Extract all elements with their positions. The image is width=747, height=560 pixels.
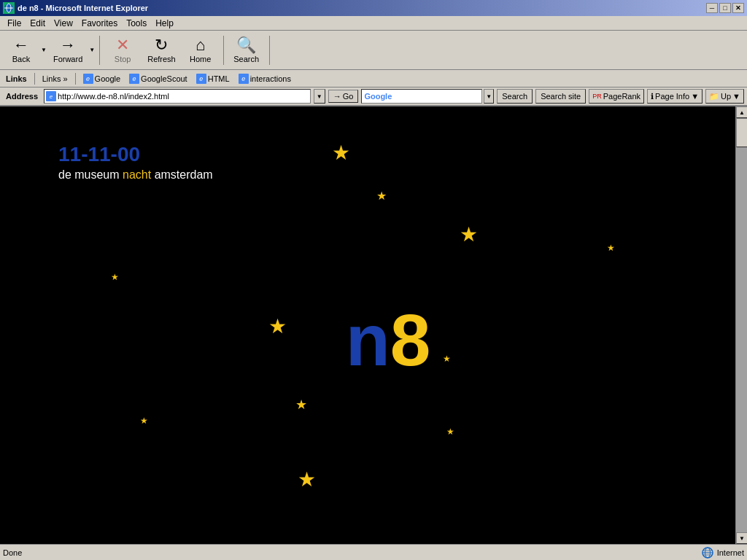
stop-label: Stop — [115, 55, 131, 63]
main-content: ★ ★ ★ ★ ★ ★ ★ ★ ★ ★ ★ 11-11-00 de museum… — [0, 106, 747, 544]
pagerank-icon: PR — [592, 93, 602, 100]
search-button[interactable]: 🔍 Search — [228, 33, 265, 68]
google-search-wrap: Google ▼ — [361, 89, 494, 104]
links-sep — [34, 73, 35, 85]
status-right: Internet — [701, 546, 744, 559]
refresh-button[interactable]: ↻ Refresh — [142, 33, 181, 68]
star-6: ★ — [268, 316, 287, 337]
up-button[interactable]: 📁 Up ▼ — [705, 89, 744, 104]
back-button[interactable]: ← Back — [3, 33, 39, 68]
page-icon: e — [46, 91, 56, 101]
google-search-button[interactable]: Search — [497, 89, 533, 104]
subtitle-display: de museum nacht amsterdam — [58, 168, 213, 182]
search-label: Search — [233, 55, 259, 63]
star-11: ★ — [443, 354, 451, 363]
address-input-wrap: e — [44, 89, 311, 104]
star-1: ★ — [332, 143, 350, 163]
toolbar-sep-2 — [223, 36, 224, 65]
maximize-button[interactable]: □ — [719, 3, 731, 13]
star-7: ★ — [140, 416, 148, 425]
menu-favorites[interactable]: Favorites — [77, 17, 122, 30]
address-label: Address — [3, 92, 41, 101]
logo-n: n — [346, 299, 390, 381]
toolbar-sep-3 — [269, 36, 270, 65]
star-4: ★ — [460, 225, 478, 245]
menu-file[interactable]: File — [3, 17, 26, 30]
google-search-input[interactable] — [394, 92, 481, 101]
close-button[interactable]: ✕ — [732, 3, 744, 13]
back-icon: ← — [13, 37, 29, 53]
window-title: de n8 - Microsoft Internet Explorer — [18, 4, 148, 12]
search-site-label: Search site — [541, 92, 581, 101]
zone-label: Internet — [717, 548, 744, 557]
home-button[interactable]: ⌂ Home — [182, 33, 219, 68]
stop-button[interactable]: ✕ Stop — [104, 33, 141, 68]
star-10: ★ — [298, 470, 316, 490]
search-btn-label: Search — [502, 92, 527, 101]
scroll-down-button[interactable]: ▼ — [736, 532, 747, 544]
go-button[interactable]: → Go — [328, 90, 359, 103]
links-sep2 — [75, 73, 76, 85]
forward-button[interactable]: → Forward — [48, 33, 88, 68]
status-left: Done — [3, 548, 22, 557]
go-label: Go — [343, 92, 354, 101]
up-chevron: ▼ — [732, 92, 740, 101]
back-label: Back — [12, 55, 30, 63]
interactions-icon: e — [239, 74, 249, 84]
google-dropdown[interactable]: ▼ — [484, 89, 494, 104]
pagerank-label: PageRank — [603, 92, 640, 101]
link-html[interactable]: e HTML — [193, 72, 233, 85]
html-icon: e — [196, 74, 206, 84]
link-links[interactable]: Links » — [39, 73, 71, 85]
scroll-up-button[interactable]: ▲ — [736, 106, 747, 118]
status-bar: Done Internet — [0, 544, 747, 560]
star-8: ★ — [295, 398, 307, 411]
link-interactions-label: interactions — [250, 74, 291, 83]
page-info-label: Page Info — [655, 92, 689, 101]
link-google[interactable]: e Google — [80, 72, 123, 85]
menu-bar: File Edit View Favorites Tools Help — [0, 16, 747, 31]
forward-icon: → — [60, 37, 76, 53]
menu-view[interactable]: View — [50, 17, 77, 30]
toolbar: ← Back ▼ → Forward ▼ ✕ Stop ↻ Refresh ⌂ … — [0, 31, 747, 70]
home-icon: ⌂ — [196, 37, 205, 53]
google-input-wrap: Google — [361, 89, 482, 104]
minimize-button[interactable]: ─ — [706, 3, 718, 13]
link-googlescout[interactable]: e GoogleScout — [126, 72, 190, 85]
menu-tools[interactable]: Tools — [122, 17, 151, 30]
subtitle-pre: de museum — [58, 168, 123, 181]
home-label: Home — [190, 55, 211, 63]
forward-dropdown[interactable]: ▼ — [89, 47, 95, 53]
vertical-scrollbar: ▲ ▼ — [735, 106, 747, 544]
menu-edit[interactable]: Edit — [26, 17, 50, 30]
ie-icon — [3, 2, 15, 14]
refresh-label: Refresh — [147, 55, 176, 63]
link-interactions[interactable]: e interactions — [236, 72, 294, 85]
toolbar-sep-1 — [99, 36, 100, 65]
page-info-button[interactable]: ℹ Page Info ▼ — [647, 89, 703, 104]
internet-zone: Internet — [701, 546, 744, 559]
refresh-icon: ↻ — [155, 37, 168, 53]
title-bar-left: de n8 - Microsoft Internet Explorer — [3, 2, 148, 14]
date-value: 11-11-00 — [58, 143, 140, 166]
address-bar: Address e ▼ → Go Google ▼ Search Search … — [0, 88, 747, 106]
google-icon: e — [83, 74, 93, 84]
scroll-thumb[interactable] — [736, 118, 747, 147]
address-input[interactable] — [58, 92, 309, 101]
googlescout-icon: e — [129, 74, 139, 84]
forward-label: Forward — [53, 55, 82, 63]
logo-8: 8 — [390, 299, 431, 381]
pagerank-button[interactable]: PR PageRank — [589, 89, 644, 104]
star-2: ★ — [111, 273, 119, 281]
stop-icon: ✕ — [116, 37, 129, 53]
star-5: ★ — [607, 244, 615, 252]
search-icon: 🔍 — [236, 37, 256, 53]
status-text: Done — [3, 548, 22, 557]
back-dropdown[interactable]: ▼ — [41, 47, 47, 53]
search-site-button[interactable]: Search site — [535, 89, 586, 104]
up-label: Up — [721, 92, 731, 101]
address-dropdown[interactable]: ▼ — [314, 89, 325, 104]
scroll-track — [736, 118, 747, 532]
menu-help[interactable]: Help — [151, 17, 178, 30]
date-display: 11-11-00 — [58, 143, 140, 166]
